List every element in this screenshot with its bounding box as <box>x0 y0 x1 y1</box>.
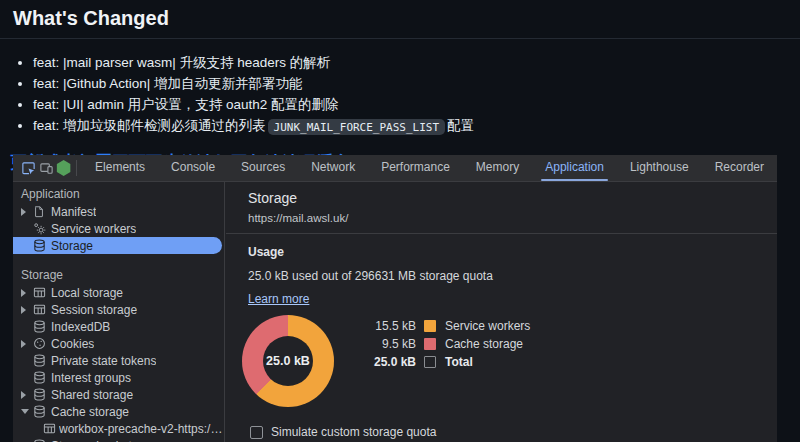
sidebar-item-label: Cache storage <box>51 405 129 419</box>
application-sidebar: Application Manifest Service workers <box>13 182 225 442</box>
expand-arrow-icon[interactable] <box>21 289 33 297</box>
sidebar-item-label: IndexedDB <box>51 320 110 334</box>
usage-text: 25.0 kB used out of 296631 MB storage qu… <box>248 269 777 283</box>
change-text: feat: 增加垃圾邮件检测必须通过的列表 <box>33 118 266 133</box>
expand-arrow-icon[interactable] <box>21 340 33 348</box>
table-icon <box>33 286 51 299</box>
legend-value: 25.0 kB <box>346 355 416 369</box>
tab-network[interactable]: Network <box>298 155 368 181</box>
document-icon <box>33 205 51 218</box>
sidebar-item-storage-buckets[interactable]: Storage buckets <box>13 437 224 442</box>
sidebar-item-service-workers[interactable]: Service workers <box>13 220 224 237</box>
sidebar-item-cookies[interactable]: Cookies <box>13 335 224 352</box>
sidebar-item-label: Storage buckets <box>51 439 138 442</box>
sidebar-item-label: Private state tokens <box>51 354 156 368</box>
devtools-body: Application Manifest Service workers <box>13 182 777 442</box>
inspect-element-icon[interactable] <box>20 156 37 180</box>
change-text: 配置 <box>447 118 474 133</box>
learn-more-link[interactable]: Learn more <box>248 292 309 306</box>
sidebar-item-label: Local storage <box>51 286 123 300</box>
tab-sources[interactable]: Sources <box>228 155 298 181</box>
release-notes: What's Changed feat: |mail parser wasm| … <box>0 7 800 174</box>
extension-icon[interactable] <box>55 156 72 180</box>
changes-list: feat: |mail parser wasm| 升级支持 headers 的解… <box>0 52 800 137</box>
change-text: feat: |UI| admin 用户设置，支持 oauth2 配置的删除 <box>33 97 339 112</box>
sidebar-item-label: Service workers <box>51 222 136 236</box>
sidebar-item-cache-storage[interactable]: Cache storage <box>13 403 224 420</box>
change-item: feat: |UI| admin 用户设置，支持 oauth2 配置的删除 <box>33 94 800 115</box>
change-text: feat: |mail parser wasm| 升级支持 headers 的解… <box>33 55 330 70</box>
sidebar-item-label: Storage <box>51 239 93 253</box>
change-item: feat: |Github Action| 增加自动更新并部署功能 <box>33 73 800 94</box>
usage-heading: Usage <box>248 245 777 259</box>
tab-performance[interactable]: Performance <box>368 155 463 181</box>
sidebar-item-indexeddb[interactable]: IndexedDB <box>13 318 224 335</box>
collapse-arrow-icon[interactable] <box>21 409 33 414</box>
devtools-tabs: Elements Console Sources Network Perform… <box>82 155 777 181</box>
legend-row-service-workers: 15.5 kB Service workers <box>346 317 530 335</box>
page-title: What's Changed <box>13 7 800 30</box>
tab-memory[interactable]: Memory <box>463 155 532 181</box>
change-item: feat: |mail parser wasm| 升级支持 headers 的解… <box>33 52 800 73</box>
database-icon <box>33 405 51 418</box>
database-icon <box>33 354 51 367</box>
chart-legend: 15.5 kB Service workers 9.5 kB Cache sto… <box>346 317 530 371</box>
devtools-toolbar: Elements Console Sources Network Perform… <box>13 155 777 182</box>
devtools-screenshot: Elements Console Sources Network Perform… <box>13 155 777 442</box>
sidebar-item-local-storage[interactable]: Local storage <box>13 284 224 301</box>
total-swatch <box>424 356 436 368</box>
legend-value: 15.5 kB <box>346 319 416 333</box>
inline-code-badge: JUNK_MAIL_FORCE_PASS_LIST <box>268 119 446 135</box>
simulate-quota-checkbox[interactable] <box>250 426 263 439</box>
expand-arrow-icon[interactable] <box>21 391 33 399</box>
cache-storage-swatch <box>424 338 436 350</box>
sidebar-item-label: Cookies <box>51 337 94 351</box>
change-item: feat: 增加垃圾邮件检测必须通过的列表JUNK_MAIL_FORCE_PAS… <box>33 115 800 137</box>
legend-value: 9.5 kB <box>346 337 416 351</box>
table-icon <box>33 303 51 316</box>
sidebar-item-manifest[interactable]: Manifest <box>13 203 224 220</box>
sidebar-item-label: Manifest <box>51 205 96 219</box>
storage-panel: Storage https://mail.awsl.uk/ Usage 25.0… <box>226 182 777 442</box>
expand-arrow-icon[interactable] <box>21 208 33 216</box>
sidebar-section-application: Application <box>13 186 224 203</box>
sidebar-item-session-storage[interactable]: Session storage <box>13 301 224 318</box>
green-hexagon-icon <box>56 160 71 176</box>
database-icon <box>33 320 51 333</box>
sidebar-item-shared-storage[interactable]: Shared storage <box>13 386 224 403</box>
donut-hole: 25.0 kB <box>263 336 313 386</box>
tab-application[interactable]: Application <box>532 155 617 181</box>
usage-chart-area: 25.0 kB 15.5 kB Service workers 9.5 kB C… <box>226 315 777 411</box>
toolbar-separator <box>76 160 77 176</box>
service-worker-icon <box>33 222 51 235</box>
simulate-quota-label: Simulate custom storage quota <box>271 425 436 439</box>
sidebar-item-label: Shared storage <box>51 388 133 402</box>
sidebar-item-storage[interactable]: Storage <box>13 237 222 254</box>
sidebar-item-label: Session storage <box>51 303 137 317</box>
tab-console[interactable]: Console <box>158 155 228 181</box>
sidebar-item-workbox-precache[interactable]: workbox-precache-v2-https://mai… <box>13 420 224 437</box>
sidebar-item-interest-groups[interactable]: Interest groups <box>13 369 224 386</box>
legend-label: Service workers <box>445 319 530 333</box>
simulate-quota-row[interactable]: Simulate custom storage quota <box>250 425 777 439</box>
panel-title: Storage <box>248 190 777 206</box>
sidebar-item-label: Interest groups <box>51 371 131 385</box>
origin-url: https://mail.awsl.uk/ <box>248 212 777 224</box>
tab-elements[interactable]: Elements <box>82 155 158 181</box>
tab-recorder[interactable]: Recorder <box>702 155 777 181</box>
database-icon <box>33 388 51 401</box>
sidebar-item-private-state-tokens[interactable]: Private state tokens <box>13 352 224 369</box>
database-icon <box>33 239 51 252</box>
service-workers-swatch <box>424 320 436 332</box>
expand-arrow-icon[interactable] <box>21 306 33 314</box>
panel-divider <box>226 233 777 234</box>
table-icon <box>43 422 59 435</box>
legend-row-cache-storage: 9.5 kB Cache storage <box>346 335 530 353</box>
device-toolbar-icon[interactable] <box>37 156 54 180</box>
sidebar-section-storage: Storage <box>13 266 224 284</box>
cookie-icon <box>33 337 51 350</box>
legend-row-total: 25.0 kB Total <box>346 353 530 371</box>
storage-donut: 25.0 kB <box>242 315 334 407</box>
legend-label: Total <box>445 355 473 369</box>
tab-lighthouse[interactable]: Lighthouse <box>617 155 702 181</box>
